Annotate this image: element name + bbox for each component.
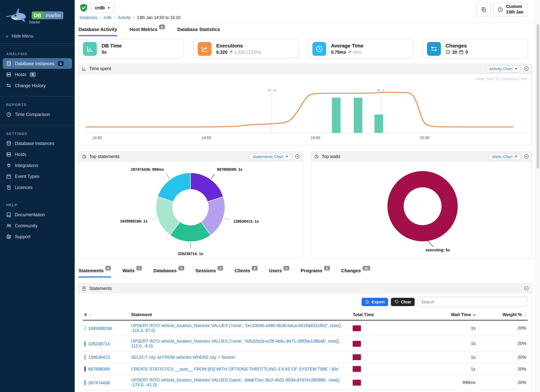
sidebar-item-hosts[interactable]: Hosts [3, 149, 72, 160]
trend-up-icon: ↗ [229, 50, 233, 55]
activity-chart[interactable]: 14:5014:5515:0015:05⇄18⇄2 Peak Time: 2s,… [79, 74, 532, 146]
breadcrumb-link-activity[interactable]: Activity [118, 15, 131, 20]
statement-sql-link[interactable]: UPSERT INTO vehicle_location_histories V… [131, 323, 342, 333]
detail-tab-waits[interactable]: Waits1 [122, 268, 142, 278]
breadcrumb-link-instances[interactable]: Instances [80, 15, 97, 20]
detail-tab-programs[interactable]: Programs2 [301, 268, 330, 278]
col-header-statement[interactable]: Statement [130, 310, 351, 320]
detail-tab-changes[interactable]: Changes20 [341, 268, 370, 278]
sidebar-item-database-instances[interactable]: Database Instances1 [3, 58, 72, 69]
tab-label: Changes [341, 268, 361, 273]
time-range-button[interactable]: Custom 13th Jan [493, 3, 528, 16]
collapse-panel-button[interactable] [524, 286, 529, 291]
activity-chart-dropdown[interactable]: Activity Chart ▼ [485, 65, 521, 72]
detail-tab-sessions[interactable]: Sessions2 [195, 268, 223, 278]
sidebar-item-label: Support [15, 234, 31, 239]
stat-delta: 2,830 (123%) [234, 50, 261, 55]
sidebar-item-community[interactable]: Community [3, 220, 72, 231]
statement-color-chip [84, 380, 86, 385]
sidebar-item-integrations[interactable]: Integrations [3, 160, 72, 171]
statements-donut-chart[interactable]: 887898099: 1s139638413: 1s326238714: 1s1… [79, 161, 303, 258]
sidebar-item-database-instances[interactable]: Database Instances [3, 138, 72, 149]
total-time-bar [353, 380, 361, 386]
export-icon [365, 299, 370, 304]
panel-title: Top waits [322, 154, 340, 159]
tab-database-statistics[interactable]: Database Statistics [177, 27, 220, 36]
copy-link-button[interactable] [476, 3, 491, 16]
statement-sql-link[interactable]: UPSERT INTO vehicle_location_histories V… [131, 339, 340, 348]
detail-tab-users[interactable]: Users2 [269, 268, 289, 278]
sidebar-section-title: REPORTS [3, 99, 72, 109]
wait-time-cell: 1s [405, 320, 477, 336]
tab-label: Sessions [195, 268, 216, 273]
copy-icon [481, 7, 487, 13]
collapse-panel-button[interactable] [524, 154, 529, 159]
sidebar-item-time-comparison[interactable]: Time Comparison [3, 109, 72, 120]
breadcrumb-link-crdb[interactable]: crdb [104, 15, 111, 20]
statements-chart-dropdown[interactable]: Statements Chart ▼ [249, 153, 292, 160]
col-header-weight[interactable]: Weight %↓≡ [477, 310, 528, 320]
total-time-bar [353, 325, 361, 331]
minus-circle-icon [524, 286, 529, 291]
statement-sql-link[interactable]: UPSERT INTO vehicle_location_histories V… [131, 378, 340, 387]
wait-time-cell: 1s [405, 363, 477, 375]
statement-id-link[interactable]: 139638413 [88, 355, 110, 360]
detail-tab-databases[interactable]: Databases1 [153, 268, 184, 278]
breadcrumb-current: 13th Jan 14:50 to 15:10 [137, 15, 180, 20]
top-bar: crdb ▼ Instances›crdb›Activity›13th Jan … [75, 0, 536, 23]
statement-sql-link[interactable]: CREATE STATISTICS __auto__ FROM [63] WIT… [131, 367, 339, 372]
ring-icon [6, 234, 11, 239]
export-button[interactable]: Export [362, 298, 388, 306]
detail-tab-statements[interactable]: Statements5 [79, 268, 111, 278]
instance-selector[interactable]: crdb ▼ [91, 3, 115, 13]
collapse-panel-button[interactable] [524, 66, 529, 71]
col-header-total-time[interactable]: Total Time [351, 310, 405, 320]
tab-host-metrics[interactable]: Host Metrics0 [130, 27, 165, 36]
col-header-wait-time[interactable]: Wait Time↑≡ [405, 310, 477, 320]
col-header-id[interactable]: #↓≡ [83, 310, 130, 320]
svg-text:1845898166: 1s: 1845898166: 1s [120, 219, 148, 223]
waits-chart-dropdown[interactable]: Waits Chart ▼ [488, 153, 521, 160]
sort-icon: ↓≡ [523, 313, 526, 317]
sidebar-item-label: Change History [15, 83, 46, 88]
book-icon [6, 212, 11, 217]
main-tabs: Database ActivityHost Metrics0Database S… [79, 27, 220, 36]
hide-menu-button[interactable]: « Hide Menu [0, 28, 75, 44]
clear-button[interactable]: Clear [391, 298, 415, 306]
sidebar: DBmarlin Starter « Hide Menu ANALYSISDat… [0, 0, 75, 392]
search-input[interactable] [417, 297, 528, 307]
sidebar-item-change-history[interactable]: Change History [3, 80, 72, 91]
activity-chart-svg: 14:5014:5515:0015:05⇄18⇄2 [79, 74, 532, 146]
chart-line-icon [201, 45, 208, 52]
pie-chart-icon [314, 154, 319, 159]
sidebar-section-help: HELPDocumentationCommunitySupport [0, 197, 75, 246]
users-icon [6, 223, 11, 228]
server-icon [6, 72, 11, 77]
tab-label: Programs [301, 268, 322, 273]
detail-tab-clients[interactable]: Clients2 [235, 268, 258, 278]
table-row: 287474436UPSERT INTO vehicle_location_hi… [83, 375, 528, 390]
scrollbar[interactable] [535, 0, 540, 392]
statement-sql-link[interactable]: SELECT city, id FROM vehicles WHERE city… [131, 355, 236, 360]
sidebar-item-documentation[interactable]: Documentation [3, 209, 72, 220]
sidebar-item-support[interactable]: Support [3, 231, 72, 242]
stat-main-value: 5s [101, 50, 106, 55]
statement-id-link[interactable]: 887898099 [88, 367, 110, 372]
sidebar-item-label: Integrations [15, 163, 38, 168]
tab-database-activity[interactable]: Database Activity [79, 27, 117, 36]
statement-id-link[interactable]: 1845898166 [88, 326, 112, 331]
count-badge: 2 [252, 266, 258, 271]
sidebar-item-hosts[interactable]: Hosts0 [3, 69, 72, 80]
statement-id-link[interactable]: 326238714 [88, 341, 110, 346]
waits-donut-chart[interactable]: executing: 5s [311, 161, 532, 258]
wait-time-cell: 1s [405, 351, 477, 363]
weight-cell: 20% [477, 336, 528, 351]
cal-icon [6, 174, 11, 179]
stat-card-db-time: DB Time5s [79, 39, 184, 59]
statement-color-chip [84, 366, 86, 372]
scrollbar-thumb[interactable] [537, 24, 539, 169]
collapse-panel-button[interactable] [295, 154, 300, 159]
statement-id-link[interactable]: 287474436 [88, 380, 110, 385]
sidebar-item-licences[interactable]: Licences [3, 182, 72, 193]
sidebar-item-event-types[interactable]: Event Types [3, 171, 72, 182]
